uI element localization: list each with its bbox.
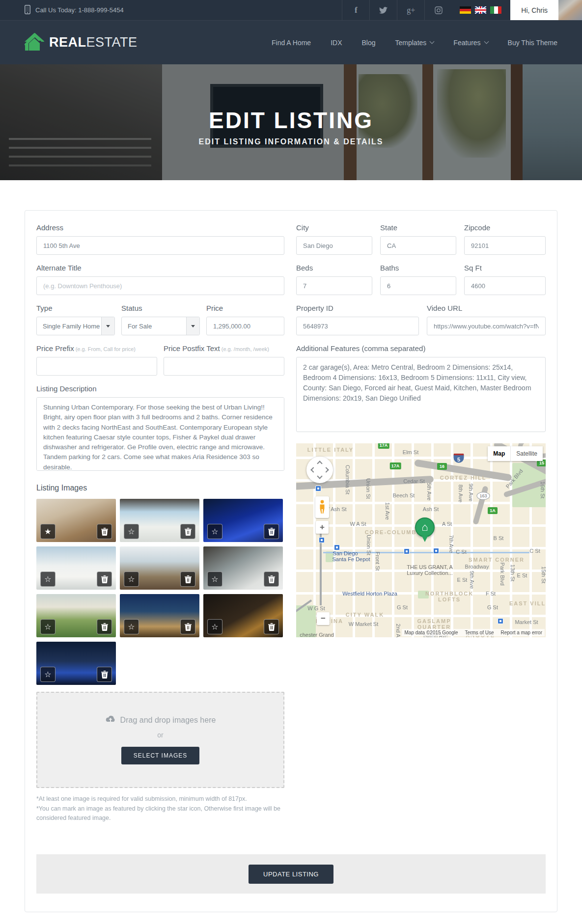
listing-image-night-terrace-pool: ☆ [36,642,116,685]
zoom-in-button[interactable]: + [316,521,329,534]
google-plus-icon[interactable]: g+ [397,0,424,20]
exit-shield: 16 [437,463,447,470]
property-id-input[interactable] [296,317,419,335]
trash-icon[interactable] [264,524,279,539]
map-pan-control[interactable] [306,457,333,483]
image-note: *At least one image is required for vali… [36,794,284,804]
nav-item-buy-this-theme[interactable]: Buy This Theme [508,39,557,47]
map-label: 8th Ave [458,485,464,503]
pan-up-icon[interactable] [317,461,322,466]
select-images-button[interactable]: SELECT IMAGES [121,747,199,764]
report-error-link[interactable]: Report a map error [501,630,542,635]
star-icon[interactable]: ☆ [40,619,55,634]
map-label: Ash St [423,506,439,512]
nav-item-idx[interactable]: IDX [331,39,342,47]
star-icon[interactable]: ☆ [207,524,222,539]
transit-stop-icon [433,548,439,554]
twitter-icon[interactable] [369,0,397,20]
map-attribution: Map data ©2015 GoogleTerms of UseReport … [402,629,545,636]
price-input[interactable] [206,317,284,335]
map-label: 1st Ave [385,502,390,520]
video-url-label: Video URL [427,304,546,312]
description-textarea[interactable]: Stunning Urban Contemporary. For those s… [36,397,284,471]
price-postfix-input[interactable] [164,357,284,376]
star-icon[interactable]: ☆ [207,571,222,587]
listing-image-white-kitchen-terrace: ☆ [36,546,116,590]
star-icon[interactable]: ☆ [40,571,55,587]
nav-item-find-a-home[interactable]: Find A Home [272,39,311,47]
state-input[interactable] [380,236,456,255]
trash-icon[interactable] [97,571,112,587]
page-title: EDIT LISTING [209,107,373,134]
facebook-icon[interactable]: f [342,0,369,20]
select-arrow-icon [186,317,199,335]
brand[interactable]: REALESTATE [25,33,138,53]
topbar: Call Us Today: 1-888-999-5454 f g+ Hi, C… [0,0,582,20]
sqft-input[interactable] [464,276,546,295]
update-listing-button[interactable]: UPDATE LISTING [249,865,333,884]
map-type-satellite-button[interactable]: Satellite [510,446,543,461]
trash-icon[interactable] [97,667,112,682]
nav-item-templates[interactable]: Templates [395,39,434,47]
italian-flag[interactable] [490,6,501,14]
beds-input[interactable] [296,276,372,295]
nav-item-blog[interactable]: Blog [361,39,375,47]
pegman-control[interactable] [315,496,329,518]
terms-of-use-link[interactable]: Terms of Use [465,630,494,635]
brand-text: REALESTATE [49,35,138,50]
map-label: Broadway [465,564,489,570]
star-icon[interactable]: ☆ [40,667,55,682]
pegman-icon [319,500,325,515]
uk-flag[interactable] [475,6,486,14]
user-box[interactable]: Hi, Chris [510,0,582,20]
trash-icon[interactable] [97,619,112,634]
form-footer: UPDATE LISTING [36,854,546,894]
nav-item-features[interactable]: Features [453,39,488,47]
trash-icon[interactable] [97,524,112,539]
type-select[interactable]: Single Family Home [36,317,115,335]
map-label: 13th St [510,565,516,582]
property-marker-pin[interactable]: ⌂ [415,517,435,537]
video-url-input[interactable] [427,317,546,335]
additional-features-label: Additional Features (comma separated) [296,344,546,353]
additional-features-textarea[interactable]: 2 car garage(s), Area: Metro Central, Be… [296,357,546,432]
trash-icon[interactable] [180,524,195,539]
trash-icon[interactable] [264,571,279,587]
pan-down-icon[interactable] [317,473,322,479]
instagram-icon[interactable] [424,0,452,20]
star-icon[interactable]: ☆ [207,619,222,634]
transit-stop-icon [319,537,325,543]
image-dropzone[interactable]: Drag and drop images here or SELECT IMAG… [36,692,284,788]
pan-left-icon[interactable] [310,467,316,472]
zipcode-input[interactable] [464,236,546,255]
map-label: LITTLE ITALY [307,447,354,453]
status-select[interactable]: For Sale [121,317,200,335]
price-prefix-input[interactable] [36,357,157,376]
city-input[interactable] [296,236,372,255]
star-icon[interactable]: ☆ [124,571,139,587]
zipcode-label: Zipcode [464,223,546,232]
zoom-out-button[interactable]: − [317,612,330,625]
baths-input[interactable] [380,276,456,295]
star-icon[interactable]: ☆ [124,619,139,634]
location-map[interactable]: ⌂ + − Map Satellite Map data ©2015 Googl… [296,443,546,637]
german-flag[interactable] [460,6,471,14]
listing-images-grid: ★☆☆☆☆☆☆☆☆☆ [36,499,284,685]
transit-stop-icon [334,544,340,550]
address-input[interactable] [36,236,284,255]
map-label: CITY WALK [346,612,384,618]
star-icon[interactable]: ☆ [124,524,139,539]
trash-icon[interactable] [180,619,195,634]
map-label: 15th St [541,567,546,584]
map-label: G St [397,604,408,610]
trash-icon[interactable] [264,619,279,634]
pan-right-icon[interactable] [323,467,329,472]
price-postfix-label: Price Postfix Text(e.g. /month, /week) [164,344,284,353]
map-type-map-button[interactable]: Map [488,446,510,461]
avatar[interactable] [558,0,582,20]
alternate-title-input[interactable] [36,276,284,295]
nav-menu: Find A HomeIDXBlogTemplatesFeaturesBuy T… [272,39,557,47]
trash-icon[interactable] [180,571,195,587]
map-label: LOFTS [438,597,461,602]
featured-star-icon[interactable]: ★ [40,524,55,539]
